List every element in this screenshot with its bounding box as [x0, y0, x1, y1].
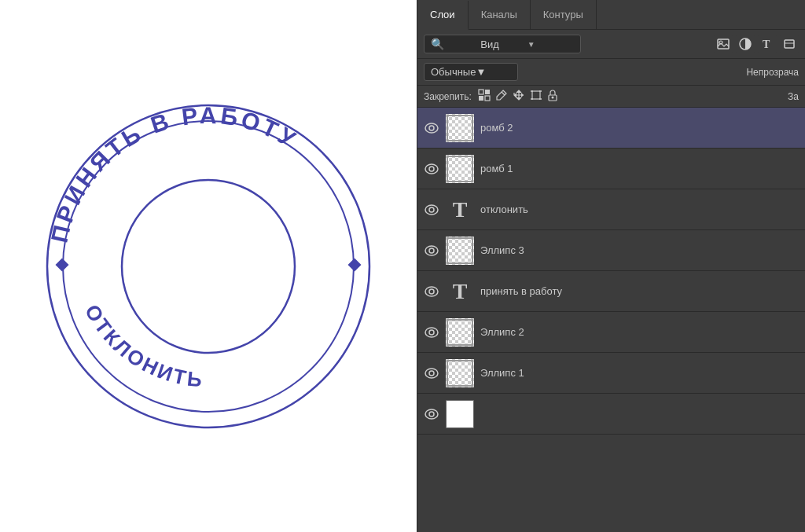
svg-rect-15 [485, 90, 490, 94]
svg-point-30 [429, 126, 434, 130]
layer-name: ромб 1 [480, 163, 799, 174]
svg-point-37 [425, 164, 438, 174]
layer-item[interactable] [417, 394, 805, 435]
layer-name: Эллипс 2 [480, 326, 799, 338]
layer-thumbnail [446, 400, 474, 428]
svg-marker-21 [521, 93, 524, 97]
layer-thumbnail: T [446, 196, 474, 224]
layer-item[interactable]: ромб 1 [417, 149, 805, 189]
filter-value: Вид [480, 39, 527, 50]
svg-point-54 [429, 330, 434, 335]
lock-all-icon[interactable] [547, 89, 558, 104]
layer-item[interactable]: Эллипс 1 [417, 353, 805, 394]
layer-thumbnail: T [446, 277, 474, 306]
svg-rect-55 [446, 318, 474, 347]
blend-bar: Обычные ▼ Непрозрача [417, 59, 805, 86]
lock-icons [478, 89, 558, 104]
lock-pixels-icon[interactable] [478, 89, 491, 104]
layer-item[interactable]: T принять в работу [417, 271, 805, 312]
svg-rect-16 [485, 96, 490, 101]
svg-point-46 [429, 248, 434, 253]
layers-panel: Слои Каналы Контуры 🔍 Вид ▼ [417, 0, 805, 532]
blend-mode-value: Обычные [431, 66, 476, 78]
lock-move-icon[interactable] [513, 89, 525, 104]
layer-visibility-toggle[interactable] [424, 286, 439, 297]
layer-name: принять в работу [480, 285, 799, 297]
svg-point-57 [425, 369, 438, 378]
filter-select[interactable]: 🔍 Вид ▼ [424, 35, 581, 53]
layer-visibility-toggle[interactable] [424, 245, 439, 256]
svg-point-38 [429, 167, 434, 171]
stamp-preview: ПРИНЯТЬ В РАБОТУ ОТКЛОНИТЬ [35, 94, 381, 439]
svg-rect-59 [446, 359, 474, 387]
adjustment-filter-icon[interactable] [736, 35, 755, 53]
lock-artboard-icon[interactable] [530, 89, 542, 104]
image-filter-icon[interactable] [714, 35, 733, 53]
lock-paint-icon[interactable] [495, 89, 508, 104]
layer-visibility-toggle[interactable] [424, 204, 439, 215]
search-icon: 🔍 [431, 38, 477, 50]
svg-rect-22 [532, 91, 540, 99]
layer-visibility-toggle[interactable] [424, 409, 439, 420]
layer-thumbnail [446, 237, 474, 265]
za-label: За [788, 91, 799, 102]
extra-filter-icon[interactable] [780, 35, 799, 53]
tab-channels[interactable]: Каналы [469, 0, 531, 29]
svg-point-2 [122, 180, 295, 353]
svg-text:T: T [453, 279, 468, 303]
svg-point-41 [425, 205, 438, 215]
svg-point-62 [429, 412, 434, 416]
filter-bar: 🔍 Вид ▼ T [417, 30, 805, 59]
layer-thumbnail [446, 155, 474, 183]
chevron-down-icon: ▼ [527, 40, 574, 49]
layer-item[interactable]: ромб 2 [417, 108, 805, 149]
filter-icons: T [714, 35, 799, 53]
svg-point-45 [425, 246, 438, 255]
opacity-label: Непрозрача [746, 67, 799, 78]
layer-item[interactable]: Эллипс 2 [417, 312, 805, 353]
svg-rect-13 [479, 90, 483, 94]
layer-name: Эллипс 3 [480, 244, 799, 256]
lock-label: Закрепить: [424, 91, 472, 102]
svg-rect-47 [446, 237, 474, 265]
blend-mode-select[interactable]: Обычные ▼ [424, 63, 518, 81]
svg-rect-11 [785, 40, 794, 48]
canvas-area: ПРИНЯТЬ В РАБОТУ ОТКЛОНИТЬ [0, 0, 417, 532]
svg-point-49 [425, 287, 438, 296]
blend-chevron-icon: ▼ [476, 66, 511, 78]
svg-text:ПРИНЯТЬ В РАБОТУ: ПРИНЯТЬ В РАБОТУ [46, 101, 302, 244]
svg-rect-7 [718, 39, 729, 49]
layer-visibility-toggle[interactable] [424, 163, 439, 174]
svg-point-42 [429, 207, 434, 212]
layer-thumbnail [446, 359, 474, 387]
layer-name: Эллипс 1 [480, 367, 799, 379]
layer-list: ромб 2 ромб 1 [417, 108, 805, 532]
svg-point-29 [425, 123, 438, 133]
text-filter-icon[interactable]: T [758, 35, 777, 53]
layer-item[interactable]: T отклонить [417, 189, 805, 230]
svg-point-61 [425, 409, 438, 419]
svg-line-17 [502, 92, 505, 95]
svg-point-50 [429, 289, 434, 294]
layer-name: отклонить [480, 204, 799, 215]
layer-thumbnail [446, 318, 474, 347]
layer-visibility-toggle[interactable] [424, 368, 439, 379]
lock-bar: Закрепить: [417, 86, 805, 108]
layer-item[interactable]: Эллипс 3 [417, 230, 805, 271]
svg-rect-6 [348, 258, 362, 271]
svg-point-28 [551, 97, 553, 99]
tab-paths[interactable]: Контуры [531, 0, 597, 29]
layer-visibility-toggle[interactable] [424, 327, 439, 338]
svg-text:T: T [763, 39, 770, 50]
layer-visibility-toggle[interactable] [424, 123, 439, 134]
svg-point-58 [429, 371, 434, 376]
svg-text:T: T [453, 197, 468, 222]
panel-tabs: Слои Каналы Контуры [417, 0, 805, 30]
tab-layers[interactable]: Слои [417, 1, 469, 30]
svg-point-53 [425, 328, 438, 337]
svg-rect-31 [446, 114, 474, 142]
layer-thumbnail [446, 114, 474, 142]
layer-name: ромб 2 [480, 122, 799, 134]
svg-rect-39 [446, 155, 474, 183]
svg-rect-5 [56, 258, 69, 271]
